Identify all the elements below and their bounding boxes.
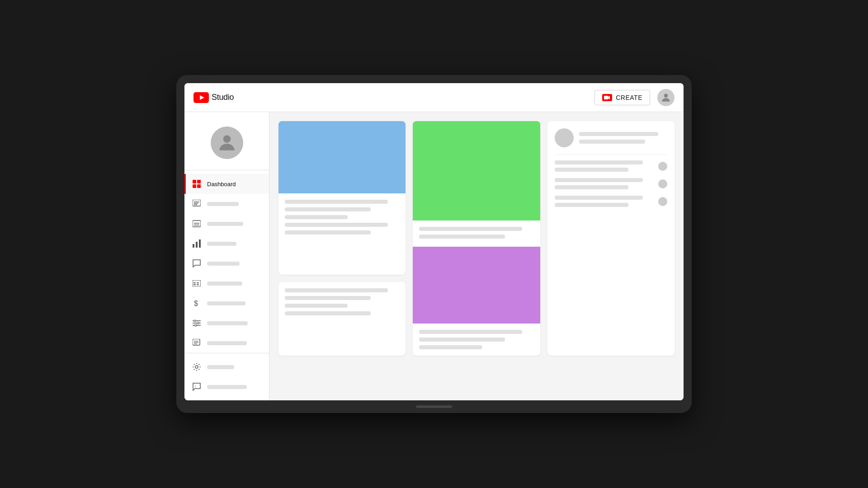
studio-wordmark: Studio xyxy=(212,93,234,102)
card-4-lines xyxy=(278,282,406,322)
svg-point-30 xyxy=(197,322,199,324)
card-3-row-1-lines xyxy=(555,160,653,172)
header-right: CREATE xyxy=(594,89,675,106)
card-1-line-5 xyxy=(285,230,371,235)
audiolib-label-placeholder xyxy=(207,341,247,345)
card-3-inner xyxy=(547,121,675,221)
card-channel-info[interactable] xyxy=(547,121,675,356)
card-2-bottom-lines xyxy=(413,324,540,356)
mini-line-1 xyxy=(579,132,659,136)
card-1-line-3 xyxy=(285,215,348,219)
card-1-line-1 xyxy=(285,200,388,204)
feedback-icon: ! xyxy=(192,382,202,392)
audiolib-icon xyxy=(192,338,202,348)
circle-indicator-2 xyxy=(658,179,667,188)
channel-avatar[interactable] xyxy=(211,127,243,159)
subtitles-icon xyxy=(192,219,202,229)
content-label-placeholder xyxy=(207,202,239,206)
sidebar-item-dashboard[interactable]: Dashboard xyxy=(184,174,269,194)
card-1-line-4 xyxy=(285,223,388,227)
svg-rect-18 xyxy=(196,242,198,248)
card-4-line-3 xyxy=(285,304,348,308)
svg-rect-20 xyxy=(193,280,201,286)
sidebar-item-analytics[interactable] xyxy=(184,234,269,253)
sidebar-avatar-section xyxy=(184,119,269,170)
card-video-1[interactable] xyxy=(278,121,406,275)
card-2-top-lines xyxy=(413,221,540,245)
mini-avatar xyxy=(555,128,574,147)
monetization-label-placeholder xyxy=(207,301,245,305)
card-4-line-2 xyxy=(285,296,371,300)
row2-line-2 xyxy=(555,185,628,189)
captions-icon xyxy=(192,278,202,288)
svg-marker-3 xyxy=(608,96,610,99)
mini-line-2 xyxy=(579,140,646,144)
card-2-purple-thumbnail xyxy=(413,247,540,324)
monetization-icon: $ xyxy=(192,298,202,308)
svg-point-4 xyxy=(664,94,668,98)
laptop-bottom xyxy=(184,400,684,413)
card-video-3[interactable] xyxy=(278,282,406,356)
svg-text:!: ! xyxy=(195,385,196,389)
card-3-row-2 xyxy=(555,178,667,189)
camera-icon xyxy=(602,94,612,101)
svg-rect-23 xyxy=(193,284,196,285)
svg-point-31 xyxy=(195,324,197,326)
sidebar-item-customization[interactable] xyxy=(184,313,269,333)
comments-label-placeholder xyxy=(207,262,240,266)
svg-rect-6 xyxy=(193,180,196,183)
card-2-line-3 xyxy=(419,330,522,334)
sidebar-item-subtitles[interactable] xyxy=(184,214,269,234)
create-button[interactable]: CREATE xyxy=(594,90,650,105)
svg-point-5 xyxy=(223,135,231,143)
avatar-icon xyxy=(660,92,672,103)
youtube-icon xyxy=(193,92,209,103)
content-icon xyxy=(192,199,202,209)
row1-line-1 xyxy=(555,160,643,164)
svg-rect-9 xyxy=(197,184,201,188)
laptop-notch xyxy=(416,405,452,408)
svg-text:$: $ xyxy=(194,300,198,307)
sidebar-item-label: Dashboard xyxy=(207,181,236,188)
sidebar-item-captions[interactable] xyxy=(184,273,269,293)
svg-rect-17 xyxy=(193,244,194,248)
svg-point-36 xyxy=(195,366,198,368)
card-2-green-thumbnail xyxy=(413,121,540,221)
content-area xyxy=(269,112,684,400)
sidebar-divider-bottom xyxy=(184,353,269,353)
circle-indicator-1 xyxy=(658,162,667,171)
sidebar-item-monetization[interactable]: $ xyxy=(184,293,269,313)
sidebar-item-settings[interactable] xyxy=(184,357,269,377)
card-1-line-2 xyxy=(285,207,371,211)
card-2-line-4 xyxy=(419,338,505,342)
card-video-2[interactable] xyxy=(413,121,540,356)
settings-label-placeholder xyxy=(207,365,234,369)
customization-label-placeholder xyxy=(207,321,248,325)
card-2-line-2 xyxy=(419,235,505,239)
user-avatar[interactable] xyxy=(657,89,675,106)
subtitles-label-placeholder xyxy=(207,222,243,226)
channel-avatar-icon xyxy=(216,131,238,154)
svg-rect-2 xyxy=(604,96,608,99)
youtube-studio-logo: Studio xyxy=(193,92,234,103)
settings-icon xyxy=(192,362,202,372)
svg-rect-19 xyxy=(199,239,201,248)
card-4-line-1 xyxy=(285,288,388,292)
sidebar-divider-top xyxy=(184,170,269,170)
row3-line-2 xyxy=(555,203,628,207)
svg-rect-7 xyxy=(197,180,201,183)
captions-label-placeholder xyxy=(207,282,242,286)
card-3-header xyxy=(555,128,667,147)
sidebar-item-content[interactable] xyxy=(184,194,269,214)
card-1-thumbnail xyxy=(278,121,406,193)
sidebar-item-feedback[interactable]: ! xyxy=(184,377,269,397)
sidebar-item-audiolib[interactable] xyxy=(184,333,269,353)
feedback-label-placeholder xyxy=(207,385,247,389)
sidebar-bottom: ! xyxy=(184,353,269,400)
card-3-row-2-lines xyxy=(555,178,653,189)
create-label: CREATE xyxy=(616,94,642,101)
customization-icon xyxy=(192,318,202,328)
mini-lines xyxy=(579,132,667,144)
card-3-row-1 xyxy=(555,160,667,172)
sidebar-item-comments[interactable] xyxy=(184,253,269,273)
